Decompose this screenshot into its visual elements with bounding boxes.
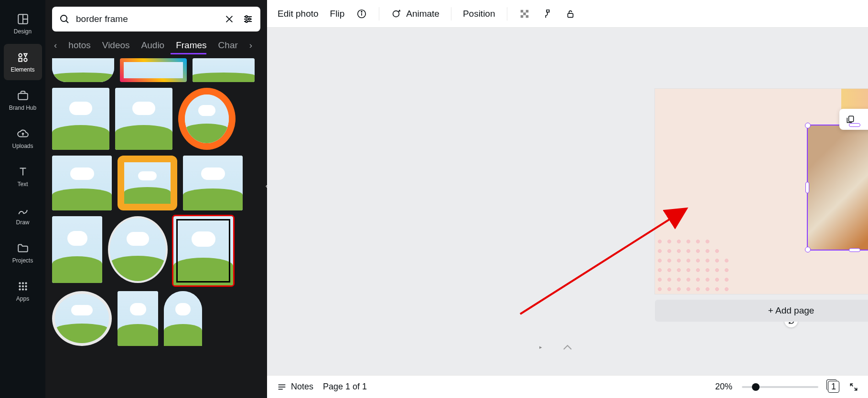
- nav-uploads[interactable]: Uploads: [4, 120, 42, 157]
- svg-point-24: [246, 21, 247, 22]
- grid-icon: [17, 280, 29, 293]
- separator: [507, 7, 507, 21]
- svg-point-7: [21, 282, 23, 284]
- placed-photo: [808, 126, 868, 250]
- tab-photos[interactable]: hotos: [68, 40, 90, 51]
- svg-point-8: [25, 282, 27, 284]
- nav-label-apps: Apps: [16, 295, 29, 302]
- page-counter: Page 1 of 1: [323, 382, 367, 392]
- zoom-value[interactable]: 20%: [715, 382, 732, 392]
- frame-thumb[interactable]: [52, 156, 112, 210]
- notes-button[interactable]: Notes: [277, 382, 313, 392]
- separator: [379, 7, 379, 21]
- design-page[interactable]: [655, 89, 868, 294]
- tab-videos[interactable]: Videos: [102, 40, 130, 51]
- briefcase-icon: [17, 89, 29, 102]
- fullscreen-button[interactable]: [849, 382, 858, 392]
- frame-thumb[interactable]: [183, 156, 243, 210]
- svg-point-10: [21, 285, 23, 287]
- tab-frames[interactable]: Frames: [176, 40, 206, 51]
- add-page-button[interactable]: + Add page: [655, 300, 868, 322]
- svg-point-28: [393, 10, 399, 17]
- frame-thumb[interactable]: [118, 156, 177, 210]
- nav-elements[interactable]: Elements: [4, 44, 42, 80]
- tab-charts[interactable]: Char: [218, 40, 238, 51]
- transparency-icon[interactable]: [519, 8, 530, 20]
- zoom-slider[interactable]: [742, 386, 818, 388]
- nav-text[interactable]: Text: [4, 158, 42, 195]
- tabs-scroll-left[interactable]: ‹: [54, 40, 57, 51]
- animate-button[interactable]: Animate: [391, 9, 439, 19]
- text-icon: [17, 166, 29, 178]
- fullscreen-icon: [849, 382, 858, 392]
- page-container: [655, 89, 868, 294]
- frame-thumb[interactable]: [193, 58, 255, 82]
- folder-icon: [17, 242, 29, 254]
- frame-thumb[interactable]: [118, 291, 158, 346]
- info-icon[interactable]: [356, 8, 367, 20]
- nav-design[interactable]: Design: [4, 6, 42, 42]
- resize-edge[interactable]: [849, 123, 860, 127]
- pencil-icon: [17, 204, 29, 216]
- position-button[interactable]: Position: [463, 9, 495, 19]
- page-list-toggle[interactable]: [563, 344, 572, 352]
- resize-edge[interactable]: [849, 248, 860, 252]
- separator: [451, 7, 451, 21]
- svg-point-13: [21, 288, 23, 290]
- frame-thumb[interactable]: [52, 216, 102, 283]
- nav-projects[interactable]: Projects: [4, 235, 42, 271]
- svg-rect-32: [520, 15, 523, 18]
- page-manager-button[interactable]: 1: [828, 381, 839, 393]
- search-icon: [59, 13, 70, 25]
- svg-point-23: [248, 18, 250, 20]
- frame-thumb[interactable]: [108, 216, 168, 283]
- active-tab-underline: [171, 53, 206, 54]
- main-area: Edit photo Flip Animate Position: [267, 0, 868, 398]
- canvas-area[interactable]: + Add page ▸: [267, 28, 868, 375]
- nav-label-draw: Draw: [16, 219, 29, 226]
- category-tabs: ‹ hotos Videos Audio Frames Char ›: [52, 31, 260, 54]
- svg-point-11: [25, 285, 27, 287]
- bottom-bar: Notes Page 1 of 1 20% 1: [267, 375, 868, 398]
- frame-thumb[interactable]: [52, 88, 109, 150]
- frame-thumb[interactable]: [52, 291, 112, 346]
- search-bar: [52, 7, 260, 31]
- svg-point-6: [19, 282, 21, 284]
- nav-label-text: Text: [17, 181, 28, 188]
- frame-thumb[interactable]: [120, 58, 187, 82]
- tab-audio[interactable]: Audio: [141, 40, 165, 51]
- duplicate-icon[interactable]: [846, 115, 855, 124]
- layout-icon: [17, 13, 29, 25]
- frame-thumb[interactable]: [115, 88, 172, 150]
- lock-icon[interactable]: [565, 8, 576, 20]
- nav-draw[interactable]: Draw: [4, 197, 42, 233]
- svg-point-15: [61, 15, 67, 21]
- svg-rect-42: [849, 116, 854, 122]
- copy-style-icon[interactable]: [542, 8, 553, 20]
- selected-image[interactable]: [807, 125, 868, 251]
- tabs-scroll-right[interactable]: ›: [249, 40, 252, 51]
- nav-label-brand-hub: Brand Hub: [9, 105, 36, 111]
- frame-thumb-selected[interactable]: [173, 216, 233, 285]
- panel-expand-tiny[interactable]: ▸: [539, 344, 542, 350]
- svg-point-12: [19, 288, 21, 290]
- zoom-thumb[interactable]: [752, 383, 760, 391]
- nav-apps[interactable]: Apps: [4, 273, 42, 309]
- filter-icon[interactable]: [242, 13, 254, 25]
- flip-button[interactable]: Flip: [330, 9, 345, 19]
- nav-brand-hub[interactable]: Brand Hub: [4, 82, 42, 118]
- svg-line-16: [66, 21, 69, 23]
- resize-handle[interactable]: [805, 247, 811, 252]
- frames-grid[interactable]: [52, 58, 260, 398]
- svg-point-22: [246, 16, 247, 18]
- resize-handle[interactable]: [805, 123, 811, 128]
- page-decoration: [655, 237, 731, 294]
- frame-thumb[interactable]: [164, 291, 202, 346]
- search-input[interactable]: [76, 14, 218, 24]
- frame-thumb[interactable]: [52, 58, 114, 82]
- edit-photo-button[interactable]: Edit photo: [278, 9, 319, 19]
- cloud-upload-icon: [17, 127, 29, 140]
- clear-icon[interactable]: [224, 14, 235, 24]
- resize-edge[interactable]: [805, 182, 809, 193]
- frame-thumb[interactable]: [178, 88, 236, 150]
